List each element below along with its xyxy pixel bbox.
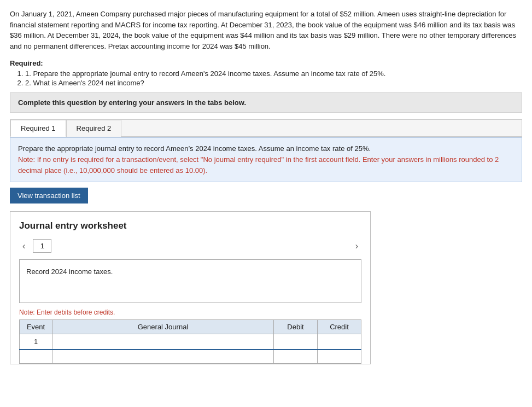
col-credit: Credit (318, 320, 361, 334)
debit-cell-1[interactable] (274, 334, 318, 350)
record-box: Record 2024 income taxes. (19, 259, 361, 303)
instruction-main: Prepare the appropriate journal entry to… (18, 144, 371, 153)
col-general-journal: General Journal (52, 320, 274, 334)
table-row (20, 350, 361, 364)
debit-input-1[interactable] (278, 338, 313, 346)
required-item-1: 1. Prepare the appropriate journal entry… (25, 69, 522, 78)
general-journal-cell-1[interactable] (52, 334, 274, 350)
credit-cell-1[interactable] (318, 334, 361, 350)
required-item-2: 2. What is Ameen's 2024 net income? (25, 79, 522, 87)
table-row: 1 (20, 334, 361, 350)
required-label: Required: (10, 59, 522, 67)
required-list: 1. Prepare the appropriate journal entry… (25, 69, 522, 87)
complete-banner: Complete this question by entering your … (10, 92, 522, 113)
tab-required1[interactable]: Required 1 (10, 120, 66, 137)
next-arrow-icon[interactable]: › (352, 240, 361, 252)
credit-cell-2[interactable] (318, 350, 361, 364)
event-cell-1: 1 (20, 334, 52, 350)
tab-required2[interactable]: Required 2 (66, 120, 122, 137)
credit-input-2[interactable] (322, 353, 356, 361)
worksheet-container: Journal entry worksheet ‹ 1 › Record 202… (10, 211, 371, 364)
event-cell-2 (20, 350, 52, 364)
worksheet-title: Journal entry worksheet (19, 220, 361, 231)
col-event: Event (20, 320, 52, 334)
debit-cell-2[interactable] (274, 350, 318, 364)
general-journal-input-2[interactable] (57, 353, 269, 361)
prev-arrow-icon[interactable]: ‹ (19, 240, 28, 252)
debit-input-2[interactable] (278, 353, 313, 361)
general-journal-input-1[interactable] (57, 338, 269, 346)
table-header-row: Event General Journal Debit Credit (20, 320, 361, 334)
col-debit: Debit (274, 320, 318, 334)
instruction-note: Note: If no entry is required for a tran… (18, 155, 499, 175)
general-journal-cell-2[interactable] (52, 350, 274, 364)
required-section: Required: 1. Prepare the appropriate jou… (10, 59, 522, 87)
credit-input-1[interactable] (322, 338, 356, 346)
page-number-box: 1 (33, 239, 51, 253)
journal-table: Event General Journal Debit Credit 1 (19, 319, 361, 364)
tabs-container: Required 1 Required 2 (10, 119, 522, 137)
view-transaction-button[interactable]: View transaction list (10, 188, 88, 203)
record-label: Record 2024 income taxes. (26, 268, 113, 276)
instruction-box: Prepare the appropriate journal entry to… (10, 137, 522, 182)
note-debits: Note: Enter debits before credits. (19, 309, 361, 316)
problem-text: On January 1, 2021, Ameen Company purcha… (10, 9, 522, 51)
tabs-row: Required 1 Required 2 (10, 120, 522, 137)
nav-row: ‹ 1 › (19, 239, 361, 253)
problem-paragraph: On January 1, 2021, Ameen Company purcha… (10, 10, 516, 50)
